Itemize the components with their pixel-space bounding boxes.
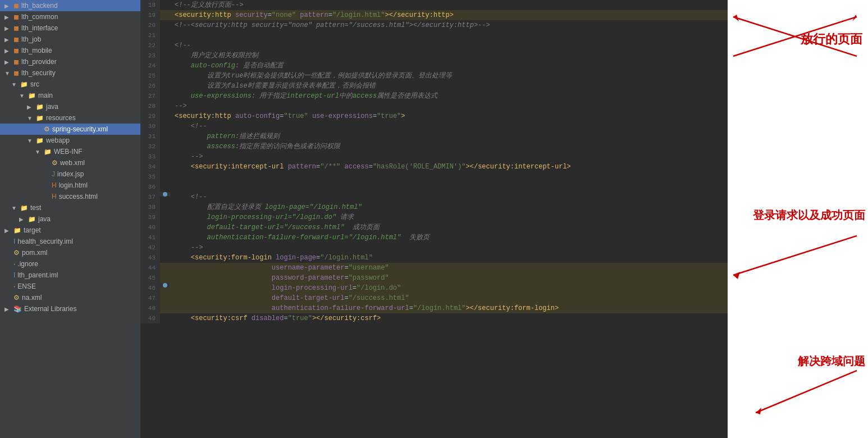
iml-icon: I bbox=[13, 238, 15, 245]
line-number: 43 bbox=[140, 253, 160, 263]
module-icon: ◼ bbox=[13, 47, 19, 54]
line-number: 29 bbox=[140, 111, 160, 121]
line-content: auto-config: 是否自动配置 bbox=[170, 61, 728, 71]
line-content: <security:intercept-url pattern="/**" ac… bbox=[170, 162, 728, 172]
editor-line-20: 20 <!--<security:http security="none" pa… bbox=[140, 20, 728, 30]
line-number: 46 bbox=[140, 283, 160, 293]
lib-icon: 📚 bbox=[13, 305, 22, 313]
sidebar-item-target[interactable]: ▶ 📁 target bbox=[0, 225, 140, 236]
svg-marker-7 bbox=[756, 408, 761, 414]
sidebar-item-health-interface[interactable]: ▶ ◼ lth_interface bbox=[0, 22, 140, 34]
sidebar-label: ENSE bbox=[17, 282, 36, 290]
editor-line-28: 28 --> bbox=[140, 101, 728, 111]
sidebar-item-spring-security-xml[interactable]: ▶ ⚙ spring-security.xml bbox=[0, 124, 140, 135]
sidebar-item-test[interactable]: ▼ 📁 test bbox=[0, 202, 140, 213]
sidebar-label: success.html bbox=[59, 193, 98, 200]
sidebar-label: src bbox=[30, 80, 39, 88]
line-content: 设置为false时需要显示提供登录表单配置，否则会报错 bbox=[170, 81, 728, 91]
line-number: 21 bbox=[140, 30, 160, 40]
sidebar-item-na-xml[interactable]: ▶ ⚙ na.xml bbox=[0, 292, 140, 303]
sidebar-item-webapp[interactable]: ▼ 📁 webapp bbox=[0, 135, 140, 146]
editor-line-24: 24 auto-config: 是否自动配置 bbox=[140, 61, 728, 71]
sidebar-item-web-xml[interactable]: ▶ ⚙ web.xml bbox=[0, 157, 140, 168]
sidebar-item-health-job[interactable]: ▶ ◼ lth_job bbox=[0, 34, 140, 45]
sidebar-item-index-jsp[interactable]: ▶ J index.jsp bbox=[0, 168, 140, 180]
editor-line-32: 32 asscess:指定所需的访问角色或者访问权限 bbox=[140, 142, 728, 152]
sidebar-label: lth_interface bbox=[21, 24, 58, 32]
editor-line-18: 18 <!--定义放行页面--> bbox=[140, 0, 728, 10]
sidebar-item-health-security[interactable]: ▼ ◼ lth_security bbox=[0, 67, 140, 79]
sidebar-item-ignore[interactable]: ▶ · .ignore bbox=[0, 258, 140, 270]
sidebar-label: External Libraries bbox=[24, 305, 76, 313]
svg-line-4 bbox=[733, 236, 857, 275]
sidebar-item-health-backend[interactable]: ▶ ◼ lth_backend bbox=[0, 0, 140, 11]
editor-line-23: 23 用户定义相关权限控制 bbox=[140, 51, 728, 61]
folder-icon: 📁 bbox=[13, 227, 21, 234]
expand-arrow: ▶ bbox=[4, 3, 11, 9]
editor-line-38: 38 配置自定义登录页 login-page="/login.html" bbox=[140, 202, 728, 212]
sidebar-item-health-common[interactable]: ▶ ◼ lth_common bbox=[0, 11, 140, 22]
sidebar-label: main bbox=[38, 92, 53, 99]
editor-line-48: 48 authentication-failure-forward-url="/… bbox=[140, 303, 728, 313]
sidebar-item-health-security-iml[interactable]: ▶ I health_security.iml bbox=[0, 236, 140, 247]
sidebar-item-main[interactable]: ▼ 📁 main bbox=[0, 90, 140, 101]
line-number: 47 bbox=[140, 293, 160, 303]
xml-icon: ⚙ bbox=[13, 249, 20, 257]
line-number: 48 bbox=[140, 303, 160, 313]
line-number: 34 bbox=[140, 162, 160, 172]
sidebar-item-login-html[interactable]: ▶ H login.html bbox=[0, 180, 140, 191]
sidebar-item-success-html[interactable]: ▶ H success.html bbox=[0, 191, 140, 202]
sidebar-item-health-mobile[interactable]: ▶ ◼ lth_mobile bbox=[0, 45, 140, 56]
sidebar-label: na.xml bbox=[22, 294, 42, 302]
sidebar-item-pom-xml[interactable]: ▶ ⚙ pom.xml bbox=[0, 247, 140, 258]
editor-line-37: 37 <!-- bbox=[140, 192, 728, 202]
module-icon: ◼ bbox=[13, 24, 19, 32]
xml-icon: ⚙ bbox=[13, 294, 20, 302]
line-number: 33 bbox=[140, 152, 160, 162]
svg-marker-3 bbox=[852, 15, 857, 21]
sidebar-item-java[interactable]: ▶ 📁 java bbox=[0, 101, 140, 112]
sidebar-item-external-libraries[interactable]: ▶ 📚 External Libraries bbox=[0, 303, 140, 314]
file-icon: · bbox=[13, 282, 15, 290]
expand-arrow: ▶ bbox=[4, 227, 11, 234]
expand-arrow: ▼ bbox=[4, 70, 11, 76]
line-content: <!-- bbox=[170, 192, 728, 202]
editor-line-21: 21 bbox=[140, 30, 728, 40]
sidebar-label: test bbox=[30, 204, 41, 212]
expand-arrow: ▼ bbox=[19, 93, 26, 99]
sidebar-label: target bbox=[24, 226, 41, 234]
line-content: default-target-url="/success.html" 成功页面 bbox=[170, 222, 728, 232]
annotation-label-3: 解决跨域问题 bbox=[798, 354, 865, 369]
expand-arrow: ▶ bbox=[4, 48, 11, 54]
expand-arrow: ▼ bbox=[35, 149, 42, 155]
line-number: 49 bbox=[140, 313, 160, 323]
editor-line-25: 25 设置为true时框架会提供默认的一些配置，例如提供默认的登录页面、登出处理… bbox=[140, 71, 728, 81]
sidebar-item-health-provider[interactable]: ▶ ◼ lth_provider bbox=[0, 56, 140, 67]
line-number: 41 bbox=[140, 232, 160, 243]
editor-line-31: 31 pattern:描述拦截规则 bbox=[140, 131, 728, 142]
line-number: 27 bbox=[140, 91, 160, 101]
sidebar-item-lth-parent-iml[interactable]: ▶ I lth_parent.iml bbox=[0, 270, 140, 281]
sidebar-item-java2[interactable]: ▶ 📁 java bbox=[0, 213, 140, 225]
sidebar-item-src[interactable]: ▼ 📁 src bbox=[0, 79, 140, 90]
sidebar-item-webinf[interactable]: ▼ 📁 WEB-INF bbox=[0, 146, 140, 157]
folder-icon: 📁 bbox=[20, 204, 28, 212]
line-number: 44 bbox=[140, 263, 160, 273]
line-content: <!-- bbox=[170, 121, 728, 131]
line-number: 18 bbox=[140, 0, 160, 10]
code-editor: 18 <!--定义放行页面--> 19 <security:http secur… bbox=[140, 0, 728, 438]
sidebar-item-license[interactable]: ▶ · ENSE bbox=[0, 281, 140, 292]
line-content: 设置为true时框架会提供默认的一些配置，例如提供默认的登录页面、登出处理等 bbox=[170, 71, 728, 81]
module-icon: ◼ bbox=[13, 35, 19, 43]
sidebar-item-resources[interactable]: ▼ 📁 resources bbox=[0, 112, 140, 124]
iml-icon: I bbox=[13, 271, 15, 279]
annotation-label-2: 登录请求以及成功页面 bbox=[753, 208, 865, 223]
sidebar-label: spring-security.xml bbox=[52, 125, 108, 133]
line-content: --> bbox=[170, 152, 728, 162]
line-number: 22 bbox=[140, 40, 160, 51]
line-gutter bbox=[160, 192, 170, 197]
editor-line-49: 49 <security:csrf disabled="true"></secu… bbox=[140, 313, 728, 323]
line-content: authentication-failure-forward-url="/log… bbox=[170, 303, 728, 313]
sidebar-label: pom.xml bbox=[22, 249, 47, 257]
sidebar-label: lth_security bbox=[21, 69, 56, 77]
